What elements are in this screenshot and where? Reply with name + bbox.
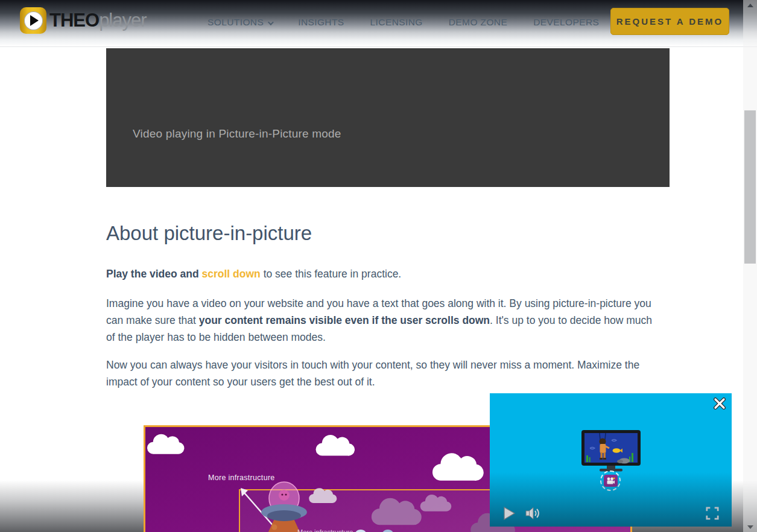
play-logo-icon bbox=[20, 7, 46, 34]
nav-licensing[interactable]: LICENSING bbox=[370, 16, 423, 28]
arrow-down-icon bbox=[747, 525, 753, 529]
cloud-icon bbox=[429, 448, 484, 483]
nav-developers[interactable]: DEVELOPERS bbox=[533, 16, 599, 28]
fullscreen-icon[interactable] bbox=[706, 507, 719, 520]
chevron-down-icon bbox=[268, 19, 274, 25]
pip-mode-badge bbox=[600, 470, 621, 491]
main-nav: SOLUTIONS INSIGHTS LICENSING DEMO ZONE D… bbox=[207, 16, 599, 28]
cloud-icon bbox=[313, 430, 355, 458]
tv-illustration bbox=[578, 429, 644, 473]
intro-bold: Play the video and bbox=[106, 268, 202, 280]
logo-text: THEOplayer bbox=[49, 7, 147, 34]
nav-insights[interactable]: INSIGHTS bbox=[298, 16, 344, 28]
scroll-down-highlight: scroll down bbox=[202, 268, 261, 280]
intro-line: Play the video and scroll down to see th… bbox=[106, 268, 401, 280]
callout-label-small: More infrastructure bbox=[297, 528, 353, 532]
nav-solutions[interactable]: SOLUTIONS bbox=[207, 16, 272, 28]
scroll-down-button[interactable] bbox=[743, 522, 757, 532]
close-icon[interactable] bbox=[712, 396, 727, 411]
play-icon[interactable] bbox=[502, 506, 516, 521]
cloud-icon bbox=[144, 431, 186, 455]
arrow-up-icon bbox=[747, 4, 753, 7]
logo-brand: THEO bbox=[49, 10, 99, 31]
logo-brand-suffix: player bbox=[99, 10, 146, 31]
request-demo-button[interactable]: REQUEST A DEMO bbox=[610, 8, 729, 35]
site-header: THEOplayer SOLUTIONS INSIGHTS LICENSING … bbox=[0, 0, 757, 47]
nav-demo-zone[interactable]: DEMO ZONE bbox=[449, 16, 507, 28]
cloud-icon bbox=[307, 484, 337, 505]
volume-icon[interactable] bbox=[525, 506, 542, 521]
paragraph-1: Imagine you have a video on your website… bbox=[106, 295, 662, 346]
pip-player[interactable] bbox=[490, 393, 732, 527]
intro-rest: to see this feature in practice. bbox=[261, 268, 401, 280]
theoplayer-logo[interactable]: THEOplayer bbox=[20, 7, 147, 34]
main-video-placeholder[interactable]: Video playing in Picture-in-Picture mode bbox=[106, 48, 670, 187]
scroll-up-button[interactable] bbox=[743, 0, 757, 10]
paragraph-2: Now you can always have your visitors in… bbox=[106, 356, 662, 390]
camera-icon bbox=[604, 475, 618, 487]
cloud-icon bbox=[418, 490, 452, 514]
page-title: About picture-in-picture bbox=[106, 222, 312, 245]
scrollbar[interactable] bbox=[743, 0, 757, 532]
pip-status-text: Video playing in Picture-in-Picture mode bbox=[133, 127, 341, 141]
scrollbar-thumb[interactable] bbox=[744, 110, 756, 264]
